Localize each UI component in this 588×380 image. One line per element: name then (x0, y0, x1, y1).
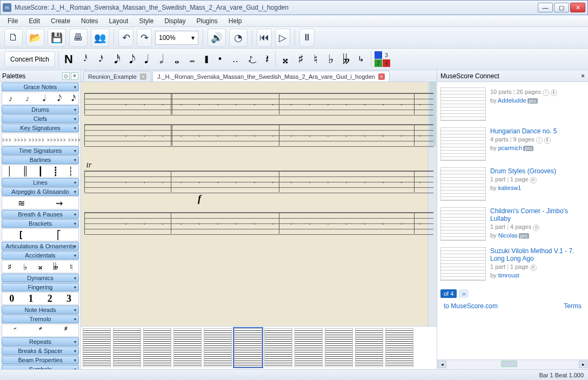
menu-layout[interactable]: Layout (104, 16, 132, 26)
menu-notes[interactable]: Notes (77, 16, 102, 26)
info-icon[interactable]: ⊚ (530, 177, 537, 184)
voice-4-button[interactable]: 4 (383, 59, 390, 67)
palette-breath[interactable]: Breath & Pauses▾ (2, 210, 79, 219)
duration-longa-button[interactable]: 𝅛 (198, 51, 211, 67)
palette-grace-notes[interactable]: Grace Notes▾ (2, 83, 79, 91)
palette-key-sig-content[interactable]: ♭♭♭ ♭♭♭♭ ♭♭♭♭♭ ♭♭♭♭♭♭ ♭♭♭♭♭♭♭ (2, 133, 79, 146)
palette-grace-notes-content[interactable]: 𝆔𝆕𝅘𝅥𝅘𝅥𝅮𝅘𝅥𝅯 (2, 92, 79, 105)
play-button[interactable]: ▷ (275, 29, 290, 47)
palette-drums[interactable]: Drums▾ (2, 105, 79, 114)
next-page-button[interactable]: » (459, 289, 469, 298)
menu-file[interactable]: File (3, 16, 22, 26)
menu-plugins[interactable]: Plugins (192, 16, 222, 26)
rest-button[interactable]: 𝄽 (259, 51, 272, 67)
close-icon[interactable]: × (140, 73, 146, 80)
palette-time-signatures[interactable]: Time Signatures▾ (2, 146, 79, 155)
close-icon[interactable]: × (378, 73, 385, 80)
minimize-button[interactable]: — (538, 3, 553, 12)
author-link[interactable]: katiesw1 (498, 185, 522, 191)
scroll-right-button[interactable]: ▸ (579, 361, 587, 368)
menu-display[interactable]: Display (160, 16, 190, 26)
redo-button[interactable]: ↷ (137, 29, 152, 47)
duration-breve-button[interactable]: 𝅜 (183, 51, 196, 67)
nav-page[interactable] (143, 328, 171, 367)
palette-arpeggio-content[interactable]: ≋⇝ (2, 196, 79, 209)
maximize-button[interactable]: ▢ (554, 3, 569, 12)
author-link[interactable]: Nicolas (498, 232, 518, 239)
menu-edit[interactable]: Edit (24, 16, 44, 26)
score-thumbnail[interactable] (440, 127, 486, 161)
duration-32nd-button[interactable]: 𝅘𝅥𝅰 (92, 51, 105, 67)
note-input-mode-button[interactable]: N (62, 51, 75, 67)
info-icon[interactable]: ⊚ (533, 225, 539, 231)
metronome-button[interactable]: ◔ (229, 29, 248, 47)
new-file-button[interactable]: 🗋 (4, 29, 23, 47)
double-sharp-button[interactable]: 𝄪 (279, 51, 292, 67)
community-button[interactable]: 👥 (91, 29, 109, 47)
author-link[interactable]: pcarmich (498, 145, 523, 151)
menu-style[interactable]: Style (135, 16, 158, 26)
nav-page[interactable] (264, 328, 292, 367)
score-thumbnail[interactable] (440, 247, 486, 281)
palette-accidentals[interactable]: Accidentals▾ (2, 251, 79, 260)
palette-dynamics[interactable]: Dynamics▾ (2, 274, 79, 282)
palette-barlines-content[interactable]: │║┃┋┆ (2, 165, 79, 178)
sound-button[interactable]: 🔊 (208, 29, 226, 47)
close-button[interactable]: ✕ (570, 3, 585, 12)
flat-button[interactable]: ♭ (324, 51, 337, 67)
voice-2-button[interactable]: 2 (375, 59, 382, 67)
connect-close-button[interactable]: × (581, 72, 585, 80)
duration-quarter-button[interactable]: 𝅘𝅥 (138, 51, 151, 67)
print-button[interactable]: 🖶 (69, 29, 88, 47)
palette-brackets-content[interactable]: [⎡ (2, 228, 79, 241)
info-icon[interactable]: i (536, 137, 543, 144)
author-link[interactable]: timroust (498, 272, 519, 279)
palette-articulations[interactable]: Articulations & Ornaments▾ (2, 242, 79, 250)
palette-lines[interactable]: Lines▾ (2, 178, 79, 187)
menu-create[interactable]: Create (46, 16, 75, 26)
flip-direction-button[interactable]: ↳ (355, 51, 368, 67)
nav-page[interactable] (83, 328, 111, 367)
score-title-link[interactable]: Hungarian Dance no. 5 (490, 127, 557, 135)
save-button[interactable]: 💾 (48, 29, 66, 47)
palette-repeats[interactable]: Repeats▾ (2, 337, 79, 346)
palette-fingering-content[interactable]: 0123 (2, 292, 79, 305)
duration-8th-button[interactable]: 𝅘𝅥𝅮 (123, 51, 136, 67)
download-icon[interactable]: ⬇ (544, 137, 551, 144)
score-title-link[interactable]: Suzuki Vilolin Method V.1 - 7. Long Long… (490, 247, 585, 262)
score-title-link[interactable]: Drum Styles (Grooves) (490, 167, 556, 175)
voice-1-button[interactable] (375, 51, 382, 59)
duration-half-button[interactable]: 𝅗𝅥 (153, 51, 166, 67)
natural-button[interactable]: ♮ (309, 51, 322, 67)
tie-button[interactable]: ♪͜ (244, 51, 257, 67)
palette-noteheads[interactable]: Note Heads▾ (2, 306, 79, 314)
palette-tremolo-content[interactable]: 𝅪𝅫𝅬 (2, 324, 79, 337)
tab-reunion[interactable]: Reunion_Example× (83, 71, 151, 82)
horizontal-scrollbar[interactable]: ◂ ▸ (437, 359, 588, 369)
duration-64th-button[interactable]: 𝅘𝅥𝅱 (77, 51, 90, 67)
nav-page[interactable] (355, 328, 383, 367)
download-icon[interactable]: ⬇ (551, 90, 557, 96)
score-thumbnail[interactable] (440, 87, 486, 121)
palettes-float-button[interactable]: ◇ (62, 72, 70, 80)
palette-beam[interactable]: Beam Properties▾ (2, 356, 79, 364)
nav-page-current[interactable] (234, 328, 262, 367)
vertical-scrollbar[interactable] (428, 82, 437, 326)
palette-brackets[interactable]: Brackets▾ (2, 219, 79, 228)
palette-barlines[interactable]: Barlines▾ (2, 155, 79, 164)
tab-roman-mass[interactable]: J._H._Roman_Svenska_Massan_the_Swedish_M… (152, 71, 390, 82)
palette-breaks[interactable]: Breaks & Spacer▾ (2, 347, 79, 355)
nav-page[interactable] (385, 328, 413, 367)
navigator[interactable] (81, 326, 437, 369)
info-icon[interactable]: i (543, 90, 549, 96)
loop-button[interactable]: ⏸ (299, 29, 315, 47)
nav-page[interactable] (113, 328, 141, 367)
score-title-link[interactable]: Children's Corner - Jimbo's Lullaby (490, 207, 585, 222)
nav-page[interactable] (173, 328, 202, 367)
undo-button[interactable]: ↶ (118, 29, 133, 47)
voice-3-label[interactable]: 3 (383, 51, 390, 59)
palette-fingering[interactable]: Fingering▾ (2, 283, 79, 291)
nav-page[interactable] (295, 328, 323, 367)
menu-help[interactable]: Help (224, 16, 246, 26)
sharp-button[interactable]: ♯ (294, 51, 307, 67)
